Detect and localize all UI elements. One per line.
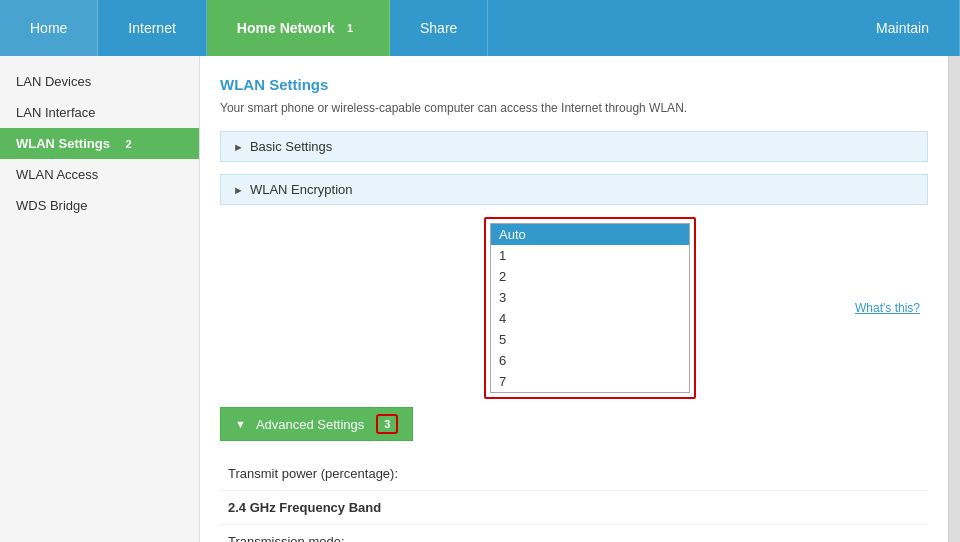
channel-dropdown-container: Auto 1 2 3 4 5 6 7 8 9 10 11 12 13 What'… <box>220 217 928 399</box>
channel-dropdown-border: Auto 1 2 3 4 5 6 7 8 9 10 11 12 13 <box>484 217 696 399</box>
sidebar-item-lan-devices[interactable]: LAN Devices <box>0 66 199 97</box>
transmission-mode-label: Transmission mode: <box>220 534 490 542</box>
basic-settings-label: Basic Settings <box>250 139 332 154</box>
transmission-mode-row: Transmission mode: <box>220 525 928 542</box>
wlan-encryption-bar[interactable]: ► WLAN Encryption <box>220 174 928 205</box>
nav-internet-label: Internet <box>128 20 175 36</box>
transmit-power-row: Transmit power (percentage): <box>220 457 928 491</box>
channel-option-auto[interactable]: Auto <box>491 224 689 245</box>
page-description: Your smart phone or wireless-capable com… <box>220 101 928 115</box>
sidebar: LAN Devices LAN Interface WLAN Settings … <box>0 56 200 542</box>
nav-maintain-label: Maintain <box>876 20 929 36</box>
channel-option-7[interactable]: 7 <box>491 371 689 392</box>
content-area: WLAN Settings Your smart phone or wirele… <box>200 56 948 542</box>
scrollbar[interactable] <box>948 56 960 542</box>
channel-option-1[interactable]: 1 <box>491 245 689 266</box>
advanced-settings-arrow: ▼ <box>235 418 246 430</box>
advanced-step-badge-3: 3 <box>376 414 398 434</box>
sidebar-item-wds-bridge[interactable]: WDS Bridge <box>0 190 199 221</box>
page-title: WLAN Settings <box>220 76 928 93</box>
channel-dropdown-list[interactable]: Auto 1 2 3 4 5 6 7 8 9 10 11 12 13 <box>490 223 690 393</box>
sidebar-item-wlan-access[interactable]: WLAN Access <box>0 159 199 190</box>
main-layout: LAN Devices LAN Interface WLAN Settings … <box>0 56 960 542</box>
whats-this-link[interactable]: What's this? <box>855 301 920 315</box>
frequency-band-label: 2.4 GHz Frequency Band <box>220 500 490 515</box>
sidebar-item-lan-interface[interactable]: LAN Interface <box>0 97 199 128</box>
nav-internet[interactable]: Internet <box>98 0 206 56</box>
wlan-encryption-label: WLAN Encryption <box>250 182 353 197</box>
nav-home-network[interactable]: Home Network 1 <box>207 0 390 56</box>
channel-option-2[interactable]: 2 <box>491 266 689 287</box>
channel-option-6[interactable]: 6 <box>491 350 689 371</box>
nav-home-label: Home <box>30 20 67 36</box>
basic-settings-bar[interactable]: ► Basic Settings <box>220 131 928 162</box>
basic-settings-arrow: ► <box>233 141 244 153</box>
channel-option-4[interactable]: 4 <box>491 308 689 329</box>
frequency-band-row: 2.4 GHz Frequency Band <box>220 491 928 525</box>
sidebar-step-badge-2: 2 <box>120 136 138 152</box>
top-navigation: Home Internet Home Network 1 Share Maint… <box>0 0 960 56</box>
channel-option-5[interactable]: 5 <box>491 329 689 350</box>
nav-share-label: Share <box>420 20 457 36</box>
advanced-settings-bar[interactable]: ▼ Advanced Settings 3 <box>220 407 413 441</box>
nav-spacer <box>488 0 846 56</box>
advanced-settings-label: Advanced Settings <box>256 417 364 432</box>
nav-home[interactable]: Home <box>0 0 98 56</box>
transmit-power-label: Transmit power (percentage): <box>220 466 490 481</box>
nav-maintain[interactable]: Maintain <box>846 0 960 56</box>
channel-option-8[interactable]: 8 <box>491 392 689 393</box>
sidebar-item-wlan-settings[interactable]: WLAN Settings 2 <box>0 128 199 159</box>
nav-home-network-label: Home Network <box>237 20 335 36</box>
channel-option-3[interactable]: 3 <box>491 287 689 308</box>
wlan-encryption-arrow: ► <box>233 184 244 196</box>
advanced-settings-form: Transmit power (percentage): 2.4 GHz Fre… <box>220 453 928 542</box>
nav-step-badge-1: 1 <box>341 20 359 36</box>
nav-share[interactable]: Share <box>390 0 488 56</box>
